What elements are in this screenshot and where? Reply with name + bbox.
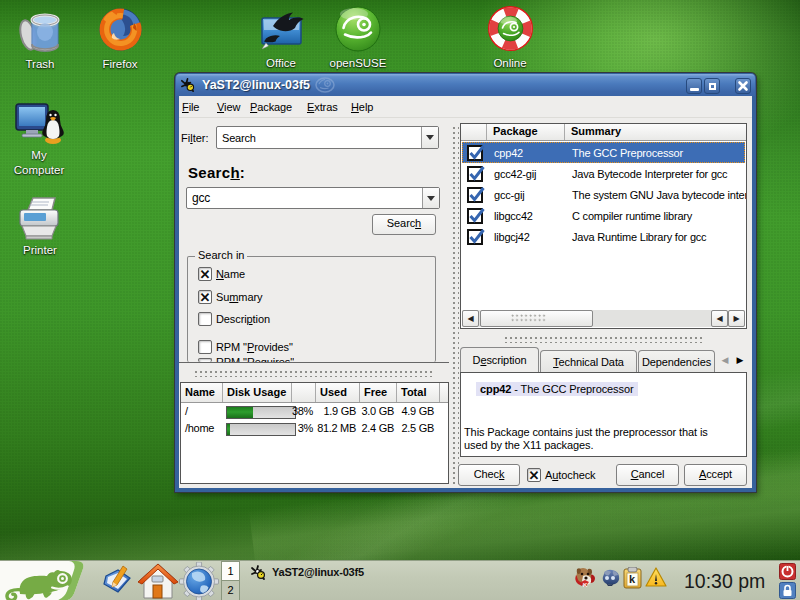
svg-text:K: K (583, 582, 588, 588)
svg-text:k: k (629, 573, 636, 585)
